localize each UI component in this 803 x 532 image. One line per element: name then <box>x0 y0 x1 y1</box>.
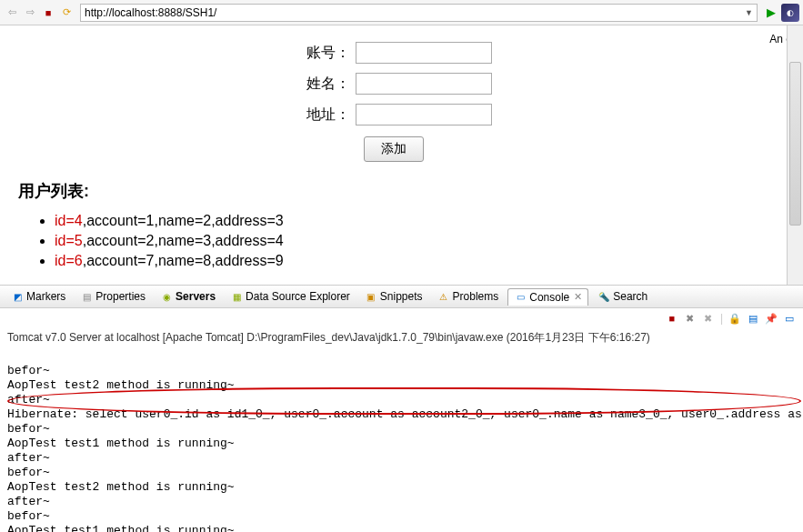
form-row-address: 地址： <box>18 104 768 125</box>
tab-servers[interactable]: ◉Servers <box>155 288 221 305</box>
console-line: befor~ <box>7 422 50 436</box>
tab-label: Properties <box>95 290 146 303</box>
browser-viewport: 账号： 姓名： 地址： 添加 用户列表: id=4,account=1,name… <box>0 25 803 285</box>
refresh-button[interactable]: ⟳ <box>58 5 75 21</box>
console-line: befor~ <box>7 364 50 377</box>
console-line: Hibernate: select user0_.id as id1_0_, u… <box>7 407 803 421</box>
browser-toolbar: ⇦ ⇨ ■ ⟳ ▼ ▶ ◐ <box>0 0 803 25</box>
console-line: befor~ <box>7 509 50 523</box>
tab-markers[interactable]: ◩Markers <box>5 288 71 305</box>
stop-button[interactable]: ■ <box>40 5 56 21</box>
user-rest: ,account=7,name=8,address=9 <box>83 253 284 268</box>
console-line: befor~ <box>7 466 50 479</box>
address-input[interactable] <box>356 104 492 125</box>
user-id: id=6 <box>55 253 83 268</box>
url-dropdown-icon[interactable]: ▼ <box>745 8 753 17</box>
close-icon[interactable]: ✕ <box>574 291 582 303</box>
user-rest: ,account=2,name=3,address=4 <box>83 233 284 248</box>
back-button[interactable]: ⇦ <box>4 5 20 21</box>
dse-icon: ▦ <box>230 290 243 303</box>
go-button[interactable]: ▶ <box>763 5 779 21</box>
eclipse-icon: ◐ <box>781 4 799 22</box>
tab-snippets[interactable]: ▣Snippets <box>359 288 428 305</box>
list-item: id=5,account=2,name=3,address=4 <box>55 231 768 251</box>
display-selected-button[interactable]: ▭ <box>783 312 796 325</box>
console-toolbar: ■ ✖ ✖ | 🔒 ▤ 📌 ▭ <box>0 308 803 328</box>
console-line: AopTest test2 method is running~ <box>7 378 235 392</box>
name-label: 姓名： <box>296 75 350 94</box>
url-input[interactable] <box>85 6 741 19</box>
scroll-lock-button[interactable]: 🔒 <box>728 312 741 325</box>
name-input[interactable] <box>356 73 492 95</box>
tab-console[interactable]: ▭Console✕ <box>507 288 588 306</box>
console-line: AopTest test1 method is running~ <box>7 524 235 532</box>
tab-label: Problems <box>453 290 499 303</box>
tab-label: Data Source Explorer <box>246 290 350 303</box>
console-icon: ▭ <box>514 291 527 304</box>
terminate-button[interactable]: ■ <box>666 312 678 325</box>
tab-label: Console <box>529 291 569 304</box>
tab-label: Servers <box>176 290 216 303</box>
user-id: id=5 <box>55 233 83 248</box>
remove-terminated-button[interactable]: ✖ <box>684 312 697 325</box>
tab-label: Snippets <box>380 290 423 303</box>
separator: | <box>720 312 723 325</box>
tab-label: Markers <box>26 290 65 303</box>
form-row-account: 账号： <box>18 42 768 64</box>
pin-console-button[interactable]: 📌 <box>765 312 778 325</box>
add-button[interactable]: 添加 <box>364 136 424 162</box>
account-input[interactable] <box>356 42 492 64</box>
console-line: after~ <box>7 451 50 465</box>
user-list-title: 用户列表: <box>18 180 768 202</box>
tab-properties[interactable]: ▤Properties <box>75 288 151 305</box>
console-line: AopTest test1 method is running~ <box>7 437 235 450</box>
tab-data-source-explorer[interactable]: ▦Data Source Explorer <box>225 288 356 305</box>
clear-console-button[interactable]: ▤ <box>747 312 759 325</box>
list-item: id=4,account=1,name=2,address=3 <box>55 211 768 231</box>
tab-search[interactable]: 🔦Search <box>592 288 653 305</box>
add-button-row: 添加 <box>18 136 768 162</box>
properties-icon: ▤ <box>80 290 93 303</box>
list-item: id=6,account=7,name=8,address=9 <box>55 251 768 271</box>
form-row-name: 姓名： <box>18 73 768 95</box>
vertical-scrollbar[interactable] <box>787 25 803 285</box>
servers-icon: ◉ <box>160 290 173 303</box>
forward-button[interactable]: ⇨ <box>22 5 38 21</box>
console-line: AopTest test2 method is running~ <box>7 480 235 494</box>
url-bar[interactable]: ▼ <box>80 4 758 22</box>
console-line: after~ <box>7 393 50 407</box>
account-label: 账号： <box>296 44 350 63</box>
problems-icon: ⚠ <box>437 290 450 303</box>
tab-problems[interactable]: ⚠Problems <box>432 288 505 305</box>
remove-all-button[interactable]: ✖ <box>702 312 715 325</box>
markers-icon: ◩ <box>11 290 24 303</box>
console-output: befor~ AopTest test2 method is running~ … <box>0 347 803 532</box>
page-content: 账号： 姓名： 地址： 添加 用户列表: id=4,account=1,name… <box>0 25 787 285</box>
console-process-title: Tomcat v7.0 Server at localhost [Apache … <box>0 328 803 347</box>
search-icon: 🔦 <box>597 290 610 303</box>
user-id: id=4 <box>55 213 83 228</box>
console-line: after~ <box>7 495 50 508</box>
address-label: 地址： <box>296 105 350 125</box>
user-list: id=4,account=1,name=2,address=3 id=5,acc… <box>18 211 768 271</box>
scroll-thumb[interactable] <box>789 62 801 226</box>
user-rest: ,account=1,name=2,address=3 <box>83 213 284 228</box>
views-tab-bar: ◩Markers ▤Properties ◉Servers ▦Data Sour… <box>0 285 803 308</box>
tab-label: Search <box>613 290 647 303</box>
snippets-icon: ▣ <box>365 290 377 303</box>
